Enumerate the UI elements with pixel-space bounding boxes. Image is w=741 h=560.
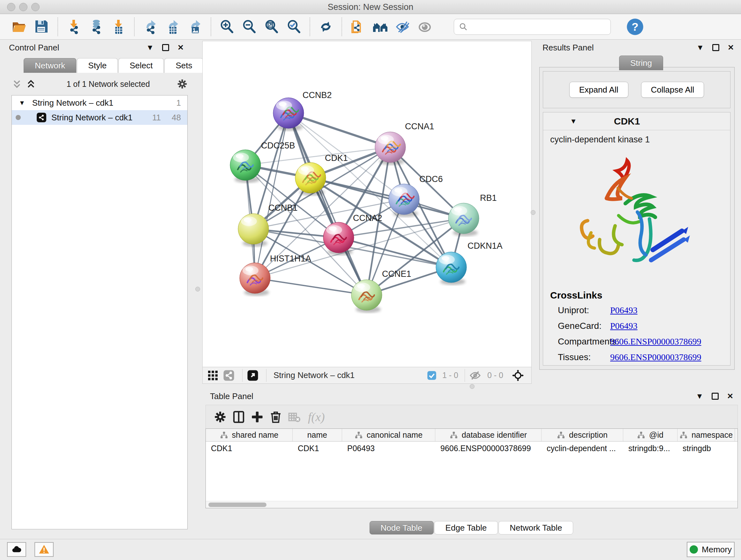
results-menu-icon[interactable]: ▼: [696, 43, 704, 52]
tab-edge-table[interactable]: Edge Table: [434, 521, 498, 535]
tab-string[interactable]: String: [619, 56, 663, 70]
tab-node-table[interactable]: Node Table: [369, 521, 434, 535]
network-edge-HIST1H1A-CCNE1[interactable]: [255, 278, 367, 295]
apply-layout-button[interactable]: [315, 17, 337, 37]
network-selection-bar: 1 of 1 Network selected: [11, 77, 188, 91]
right-splitter-handle[interactable]: [531, 210, 536, 215]
table-float-icon[interactable]: [712, 393, 719, 400]
collection-expander-icon[interactable]: ▼: [19, 99, 25, 107]
left-splitter-handle[interactable]: [195, 287, 200, 292]
column-header--id[interactable]: @id: [623, 429, 677, 441]
table-toolbar: f(x): [205, 405, 738, 428]
hidden-eye-slash-icon[interactable]: [469, 369, 482, 382]
table-close-icon[interactable]: ✕: [727, 392, 733, 401]
zoom-out-button[interactable]: [238, 17, 260, 37]
column-header-name[interactable]: name: [293, 429, 342, 441]
export-table-button[interactable]: [161, 17, 184, 37]
zoom-selected-button[interactable]: [283, 17, 305, 37]
network-node-CCNE1[interactable]: CCNE1: [351, 269, 411, 313]
cloud-status-button[interactable]: [7, 542, 26, 557]
warning-icon: [39, 544, 50, 555]
selected-checkbox-icon[interactable]: [427, 369, 436, 382]
panel-menu-icon[interactable]: ▼: [146, 43, 154, 52]
column-header-shared-name[interactable]: shared name: [206, 429, 293, 441]
home-button[interactable]: [369, 17, 391, 37]
table-splitter[interactable]: [202, 384, 741, 389]
network-edge-CDK1-RB1[interactable]: [311, 178, 464, 219]
network-node-HIST1H1A[interactable]: HIST1H1A: [240, 254, 311, 296]
show-columns-icon[interactable]: [229, 408, 248, 426]
string-app-icon: [37, 113, 46, 122]
help-button[interactable]: ?: [626, 18, 644, 36]
results-close-icon[interactable]: ✕: [728, 43, 734, 52]
birdseye-view-icon[interactable]: [246, 369, 259, 382]
network-node-CCNB1[interactable]: CCNB1: [238, 203, 298, 247]
tab-style[interactable]: Style: [77, 58, 118, 73]
zoom-fit-button[interactable]: [260, 17, 283, 37]
warning-status-button[interactable]: [35, 542, 54, 557]
results-float-icon[interactable]: [712, 44, 719, 51]
table-row[interactable]: CDK1CDK1P064939606.ENSP00000378699cyclin…: [206, 442, 738, 455]
import-network-button[interactable]: [63, 17, 85, 37]
import-table-button[interactable]: [107, 17, 130, 37]
add-column-icon[interactable]: [248, 408, 266, 426]
network-node-CCNA1[interactable]: CCNA1: [375, 122, 434, 165]
search-field[interactable]: [454, 19, 611, 35]
network-edge-CCNB2-CCNE1[interactable]: [288, 113, 367, 295]
column-header-database-identifier[interactable]: database identifier: [435, 429, 542, 441]
network-edge-CCNB2-CCNA1[interactable]: [288, 113, 390, 147]
expand-all-button[interactable]: Expand All: [569, 82, 628, 98]
table-menu-icon[interactable]: ▼: [696, 392, 703, 401]
panel-close-icon[interactable]: ✕: [178, 43, 184, 52]
import-network-database-button[interactable]: [85, 17, 107, 37]
svg-text:?: ?: [631, 20, 638, 33]
column-header-description[interactable]: description: [542, 429, 623, 441]
gene-expander-icon[interactable]: ▼: [570, 117, 577, 125]
network-node-CDKN1A[interactable]: CDKN1A: [436, 241, 502, 285]
table-splitter-handle[interactable]: [470, 384, 475, 389]
tab-network-table[interactable]: Network Table: [498, 521, 573, 535]
crosslink-link[interactable]: P06493: [610, 305, 637, 315]
table-cell: cyclin-dependent ...: [542, 442, 623, 455]
network-canvas[interactable]: CCNB2CCNA1CDC25BCDK1CDC6RB1CCNB1CCNA2CDK…: [203, 41, 531, 366]
column-header-namespace[interactable]: namespace: [677, 429, 735, 441]
collapse-all-button[interactable]: Collapse All: [641, 82, 704, 98]
function-builder-icon: f(x): [308, 410, 325, 424]
network-node-CDC25B[interactable]: CDC25B: [230, 141, 295, 183]
save-session-button[interactable]: [30, 17, 53, 37]
network-node-RB1[interactable]: RB1: [448, 193, 497, 236]
hide-glasses-button[interactable]: [391, 17, 414, 37]
network-options-gear-icon[interactable]: [177, 78, 188, 89]
network-row[interactable]: String Network – cdk1 11 48: [12, 110, 187, 125]
share-document-button[interactable]: [347, 17, 369, 37]
table-hscrollbar-thumb[interactable]: [208, 503, 266, 507]
tab-select[interactable]: Select: [118, 58, 164, 73]
delete-column-icon[interactable]: [266, 408, 285, 426]
show-eye-button[interactable]: [414, 17, 436, 37]
crosslink-link[interactable]: 9606.ENSP00000378699: [610, 352, 701, 362]
gene-section-header[interactable]: ▼ CDK1: [543, 112, 730, 130]
crosslinks-block: CrossLinks Uniprot:P06493GeneCard:P06493…: [550, 290, 723, 366]
table-hscrollbar[interactable]: [206, 501, 738, 508]
zoom-in-button[interactable]: [216, 17, 238, 37]
table-options-gear-icon[interactable]: [211, 408, 229, 426]
collapse-all-icon[interactable]: [11, 79, 22, 89]
export-image-button[interactable]: [184, 17, 206, 37]
column-header-canonical-name[interactable]: canonical name: [342, 429, 435, 441]
open-session-button[interactable]: [8, 17, 30, 37]
crosslink-link[interactable]: P06493: [610, 321, 637, 331]
memory-button[interactable]: Memory: [687, 542, 735, 557]
expand-all-icon[interactable]: [25, 79, 37, 89]
tab-network[interactable]: Network: [23, 58, 76, 73]
tab-sets[interactable]: Sets: [164, 58, 203, 73]
panel-float-icon[interactable]: [162, 44, 169, 51]
crosslink-link[interactable]: 9606.ENSP00000378699: [610, 336, 701, 347]
collection-label: String Network – cdk1: [32, 98, 113, 108]
share-view-icon[interactable]: [222, 369, 235, 382]
grid-view-icon[interactable]: [206, 369, 219, 382]
export-network-button[interactable]: [139, 17, 161, 37]
network-collection-row[interactable]: ▼ String Network – cdk1 1: [12, 96, 187, 110]
pan-crosshair-icon[interactable]: [512, 369, 524, 382]
network-edge-CCNB2-HIST1H1A[interactable]: [255, 113, 288, 278]
search-input[interactable]: [468, 22, 606, 32]
